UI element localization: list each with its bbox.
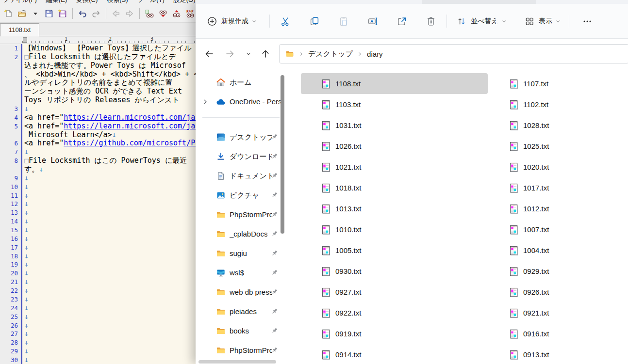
search-icon[interactable] [145,9,154,18]
menu-item[interactable]: ファイル(F) [0,0,43,5]
sidebar-item[interactable]: ピクチャ [196,186,286,205]
find-next-icon[interactable] [159,9,167,18]
sidebar-item-label: デスクトップ [230,132,272,142]
sidebar-item[interactable]: ダウンロード [196,147,286,166]
file-name: 1026.txt [335,142,361,150]
file-item[interactable]: 1013.txt [301,198,488,219]
editor-tabbar: 1108.txt [0,23,200,36]
file-item[interactable]: 1010.txt [301,219,488,240]
line-text: ↓ [22,286,29,295]
editor-text-area[interactable]: 1【Windows】 【Power Toys】選択したファイル2□File Lo… [0,44,200,364]
sidebar-scrollbar-thumb[interactable] [281,75,284,234]
file-item[interactable]: 1025.txt [489,136,628,157]
sidebar-item[interactable]: PhpStormPro [196,341,286,360]
open-dropdown-icon[interactable] [31,9,40,18]
file-item[interactable]: 0913.txt [489,344,628,364]
file-item[interactable]: 1004.txt [489,240,628,261]
sidebar-horizontal-scrollbar[interactable] [198,360,276,364]
recent-locations-button[interactable] [246,51,251,57]
line-number: 1 [0,44,22,53]
forward-button[interactable] [225,49,235,59]
file-item[interactable]: 0930.txt [301,261,488,282]
line-text: ↓ [22,356,29,364]
file-item[interactable]: 0921.txt [489,302,628,323]
file-item[interactable]: 1021.txt [301,157,488,177]
file-item[interactable]: 1020.txt [489,157,628,177]
sort-button[interactable]: 並べ替え [454,14,510,29]
cut-button[interactable] [278,14,293,29]
file-item[interactable]: 0916.txt [489,323,628,344]
file-item[interactable]: 1018.txt [301,177,488,198]
file-item[interactable]: 0926.txt [489,282,628,302]
new-button[interactable]: 新規作成 [204,14,260,29]
find-prev-icon[interactable] [172,9,181,18]
file-item[interactable]: 1107.txt [489,73,628,94]
file-item[interactable]: 0914.txt [301,344,488,364]
save-all-icon[interactable] [58,9,67,18]
sidebar-item[interactable]: pleiades [196,302,286,321]
menu-item[interactable]: ツール(T) [134,0,171,5]
file-item[interactable]: 1031.txt [301,115,488,136]
file-item[interactable]: 1102.txt [489,94,628,115]
share-button[interactable] [395,14,409,29]
back-button[interactable] [204,49,214,59]
toolbar-separator [446,15,447,28]
menu-item[interactable]: 変換(C) [73,0,104,5]
menu-item[interactable]: 検索(S) [104,0,134,5]
paste-button[interactable] [336,14,351,29]
redo-icon[interactable] [92,9,100,18]
line-text: 、 <kbd>Win</kbd> + <kbd>Shift</kbd> + < [22,70,198,79]
sidebar-item[interactable]: sugiu [196,244,286,263]
breadcrumb-item[interactable]: diary [367,50,383,58]
sidebar-item[interactable]: OneDrive - Perso [196,92,286,111]
address-bar[interactable]: デスクトップdiary [279,44,628,63]
file-item[interactable]: 0919.txt [301,323,488,344]
open-file-icon[interactable] [17,9,26,18]
sidebar-item[interactable]: books [196,321,286,341]
jump-back-icon[interactable] [112,9,120,18]
line-text: 込まれた機能です。Power Toys は Microsof [22,62,186,70]
save-icon[interactable] [45,9,53,18]
file-item[interactable]: 1028.txt [489,115,628,136]
view-button[interactable]: 表示 [522,14,563,29]
file-item[interactable]: 1007.txt [489,219,628,240]
sidebar-item[interactable]: _cplabDocs [196,224,286,244]
rename-button[interactable]: A [365,14,380,29]
view-grid-icon [525,16,534,26]
file-item[interactable]: 0922.txt [301,302,488,323]
up-button[interactable] [261,49,270,59]
file-item[interactable]: 1005.txt [301,240,488,261]
sidebar-item[interactable]: wsl$ [196,263,286,283]
line-number: 19 [0,260,22,269]
replace-icon[interactable]: RP [186,9,195,18]
file-item[interactable]: 1026.txt [301,136,488,157]
copy-button[interactable] [307,14,322,29]
file-item[interactable]: 1103.txt [301,94,488,115]
file-item[interactable]: 0929.txt [489,261,628,282]
file-item[interactable]: 1108.txt [301,73,488,94]
undo-icon[interactable] [78,9,87,18]
sidebar-item[interactable]: デスクトップ [196,127,286,147]
line-text: ↓ [22,260,29,269]
line-number: 7 [0,148,22,157]
breadcrumb-item[interactable]: デスクトップ [308,49,353,59]
line-number: 18 [0,252,22,261]
editor-line: 19↓ [0,260,200,269]
jump-forward-icon[interactable] [125,9,134,18]
sidebar-item[interactable]: ホーム [196,73,286,92]
txt-file-icon [509,100,519,110]
sidebar-item-label: ピクチャ [230,190,259,200]
file-item[interactable]: 1012.txt [489,198,628,219]
line-text: ↓ [22,174,29,183]
menu-item[interactable]: 編集(E) [43,0,73,5]
sidebar-item[interactable]: PhpStormPro [196,205,286,224]
tab-1108[interactable]: 1108.txt [0,23,39,36]
sidebar-item[interactable]: ドキュメント [196,166,286,186]
more-options-button[interactable] [580,14,595,29]
editor-line: 21↓ [0,278,200,286]
delete-button[interactable] [424,14,438,29]
file-item[interactable]: 0927.txt [301,282,488,302]
sidebar-item[interactable]: web db press [196,283,286,302]
new-file-icon[interactable] [4,9,13,18]
file-item[interactable]: 1017.txt [489,177,628,198]
